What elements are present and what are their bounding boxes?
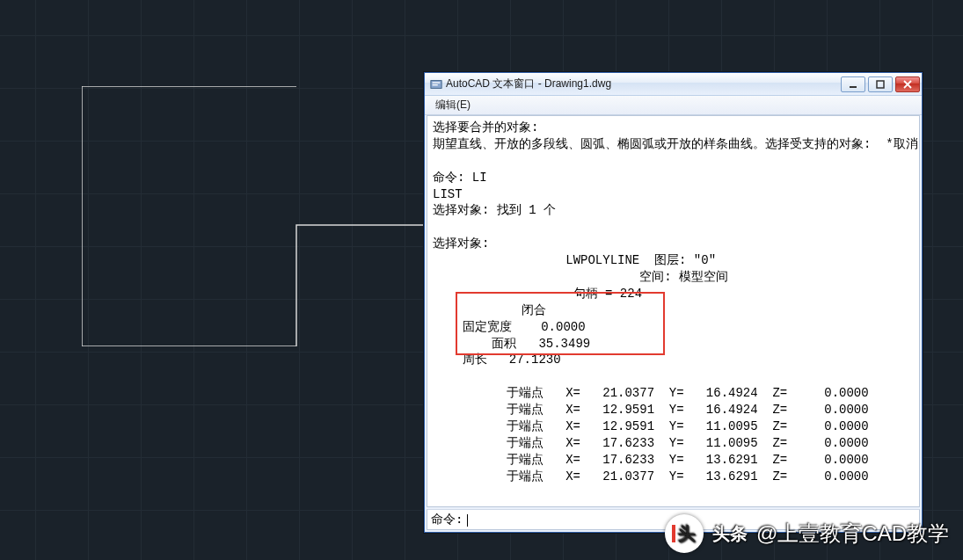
maximize-button[interactable]	[868, 76, 893, 92]
cmd-li: LI	[472, 171, 487, 185]
line-expect: 期望直线、开放的多段线、圆弧、椭圆弧或开放的样条曲线。选择受支持的对象: *取消	[433, 137, 918, 151]
line-space: 空间: 模型空间	[433, 270, 728, 284]
text-caret	[467, 514, 468, 527]
window-buttons	[841, 76, 920, 92]
menubar: 编辑(E)	[425, 96, 922, 115]
line-area: 面积 35.3499	[433, 337, 590, 351]
svg-rect-3	[850, 86, 857, 88]
cmd-label-1: 命令:	[433, 171, 472, 185]
line-select-found: 选择对象: 找到 1 个	[433, 203, 556, 217]
text-window: AutoCAD 文本窗口 - Drawing1.dwg 编辑(E) 选择要合并的…	[424, 72, 923, 533]
line-closed: 闭合	[433, 303, 546, 317]
line-lwpolyline: LWPOLYLINE 图层: "0"	[433, 253, 716, 267]
cmd-list: LIST	[433, 187, 463, 201]
svg-rect-4	[877, 81, 884, 88]
menu-edit[interactable]: 编辑(E)	[428, 96, 478, 114]
line-fixed-width: 固定宽度 0.0000	[433, 320, 586, 334]
titlebar[interactable]: AutoCAD 文本窗口 - Drawing1.dwg	[425, 73, 922, 96]
line-select-merge: 选择要合并的对象:	[433, 120, 538, 135]
line-select-obj: 选择对象:	[433, 236, 489, 251]
svg-rect-2	[433, 84, 438, 85]
window-title: AutoCAD 文本窗口 - Drawing1.dwg	[446, 76, 841, 91]
watermark: 头 头条 @上壹教育CAD教学	[665, 514, 949, 553]
vertex-block: 于端点 X= 21.0377 Y= 16.4924 Z= 0.0000 于端点 …	[433, 386, 869, 483]
command-prompt: 命令:	[431, 512, 463, 527]
line-handle: 句柄 = 224	[433, 287, 642, 301]
line-perimeter: 周长 27.1230	[433, 353, 561, 367]
app-icon	[430, 78, 442, 91]
minimize-button[interactable]	[841, 76, 865, 92]
toutiao-logo-icon: 头	[665, 514, 704, 553]
console-output[interactable]: 选择要合并的对象: 期望直线、开放的多段线、圆弧、椭圆弧或开放的样条曲线。选择受…	[427, 115, 920, 507]
close-button[interactable]	[895, 76, 920, 92]
watermark-author: @上壹教育CAD教学	[756, 520, 949, 548]
watermark-brand: 头条	[712, 522, 748, 546]
svg-rect-1	[433, 82, 441, 83]
